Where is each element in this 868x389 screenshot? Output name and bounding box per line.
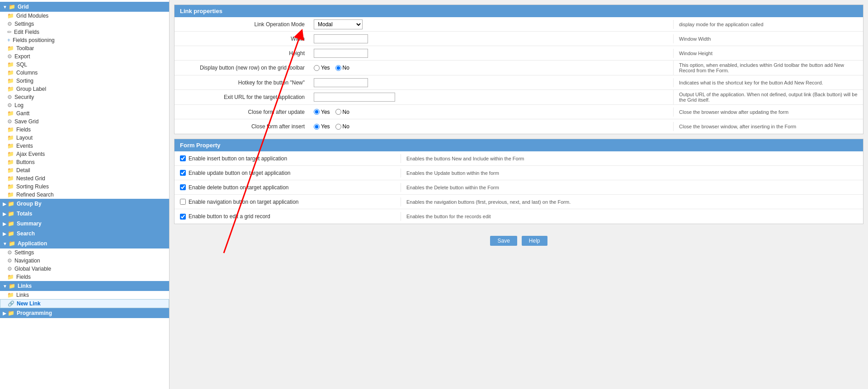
sidebar-item-label-nested-grid: Nested Grid bbox=[16, 175, 45, 182]
help-button[interactable]: Help bbox=[522, 236, 547, 246]
sidebar-item-sorting[interactable]: 📁Sorting bbox=[0, 77, 169, 85]
input-width[interactable] bbox=[314, 34, 368, 43]
radio-label-display-button-No[interactable]: No bbox=[335, 65, 349, 71]
sidebar-item-sorting-rules[interactable]: 📁Sorting Rules bbox=[0, 183, 169, 191]
radio-close-form-insert-Yes[interactable] bbox=[314, 124, 320, 130]
sidebar-item-navigation[interactable]: ⚙Navigation bbox=[0, 257, 169, 265]
sidebar-item-grid-modules[interactable]: 📁Grid Modules bbox=[0, 12, 169, 20]
form-property-header: Form Property bbox=[175, 139, 863, 151]
folder-icon-group-by: 📁 bbox=[8, 201, 14, 207]
input-height[interactable] bbox=[314, 49, 368, 58]
radio-display-button-No[interactable] bbox=[335, 65, 341, 71]
checkbox-label-enable-edit[interactable]: Enable button to edit a grid record bbox=[175, 211, 401, 222]
control-link-operation-mode: ModalNew WindowSame Window bbox=[310, 18, 673, 31]
folder-icon-totals: 📁 bbox=[8, 211, 14, 217]
sidebar-item-app-settings[interactable]: ⚙Settings bbox=[0, 248, 169, 257]
sidebar-item-security[interactable]: ⚙Security bbox=[0, 93, 169, 101]
label-width: Width bbox=[175, 34, 310, 44]
sidebar-item-log[interactable]: ⚙Log bbox=[0, 101, 169, 109]
radio-close-form-insert-No[interactable] bbox=[335, 124, 341, 130]
desc-link-operation-mode: display mode for the application called bbox=[673, 20, 863, 29]
checkbox-label-enable-update[interactable]: Enable update button on target applicati… bbox=[175, 167, 401, 179]
label-height: Height bbox=[175, 48, 310, 58]
save-button[interactable]: Save bbox=[490, 236, 517, 246]
folder-icon-sorting: 📁 bbox=[7, 78, 14, 84]
sidebar-item-label-sorting: Sorting bbox=[16, 78, 33, 84]
sidebar-item-layout[interactable]: 📁Layout bbox=[0, 134, 169, 142]
control-close-form-insert: Yes No bbox=[310, 122, 673, 131]
form-property-title: Form Property bbox=[180, 142, 221, 149]
folder-icon-application: 📁 bbox=[9, 240, 15, 247]
section-label-totals: Totals bbox=[17, 211, 32, 217]
sidebar-section-application[interactable]: ▼📁Application bbox=[0, 239, 169, 248]
radio-close-form-update-Yes[interactable] bbox=[314, 109, 320, 115]
label-hotkey-new: Hotkey for the button "New" bbox=[175, 78, 310, 88]
sidebar-section-search[interactable]: ▶📁Search bbox=[0, 229, 169, 239]
sidebar-section-grid[interactable]: ▼📁Grid bbox=[0, 2, 169, 12]
sidebar-item-fields[interactable]: 📁Fields bbox=[0, 126, 169, 134]
radio-label-close-form-update-Yes[interactable]: Yes bbox=[314, 109, 330, 115]
checkbox-label-enable-delete[interactable]: Enable delete button on target applicati… bbox=[175, 182, 401, 193]
sidebar-item-new-link[interactable]: 🔗New Link bbox=[0, 299, 169, 308]
sidebar-item-label-refined-search: Refined Search bbox=[16, 192, 54, 198]
checkbox-enable-delete[interactable] bbox=[180, 184, 186, 190]
sidebar-item-edit-fields[interactable]: ✏Edit Fields bbox=[0, 28, 169, 36]
sidebar-item-refined-search[interactable]: 📁Refined Search bbox=[0, 191, 169, 199]
sidebar-item-detail[interactable]: 📁Detail bbox=[0, 166, 169, 174]
checkbox-label-enable-navigation[interactable]: Enable navigation button on target appli… bbox=[175, 196, 401, 208]
sidebar-item-group-label[interactable]: 📁Group Label bbox=[0, 85, 169, 93]
sidebar-item-label-events: Events bbox=[16, 143, 33, 149]
action-buttons: Save Help bbox=[174, 229, 863, 253]
sidebar-item-label-detail: Detail bbox=[16, 167, 30, 173]
radio-display-button-Yes[interactable] bbox=[314, 65, 320, 71]
sidebar-item-sql[interactable]: 📁SQL bbox=[0, 61, 169, 69]
checkbox-row-enable-navigation: Enable navigation button on target appli… bbox=[175, 195, 863, 209]
checkbox-desc-enable-insert: Enables the buttons New and Include with… bbox=[401, 154, 863, 163]
sidebar-item-gantt[interactable]: 📁Gantt bbox=[0, 109, 169, 117]
sidebar-item-export[interactable]: ⚙Export bbox=[0, 52, 169, 61]
input-hotkey-new[interactable] bbox=[314, 78, 368, 87]
radio-label-close-form-insert-No[interactable]: No bbox=[335, 123, 349, 130]
checkbox-label-enable-insert[interactable]: Enable insert button on target applicati… bbox=[175, 153, 401, 164]
radio-label-close-form-insert-Yes[interactable]: Yes bbox=[314, 123, 330, 130]
control-exit-url bbox=[310, 91, 673, 103]
checkbox-enable-navigation[interactable] bbox=[180, 199, 186, 205]
folder-icon-events: 📁 bbox=[7, 143, 14, 149]
sidebar-item-columns[interactable]: 📁Columns bbox=[0, 69, 169, 77]
sidebar-item-ajax-events[interactable]: 📁Ajax Events bbox=[0, 150, 169, 158]
radio-close-form-update-No[interactable] bbox=[335, 109, 341, 115]
checkbox-enable-edit[interactable] bbox=[180, 214, 186, 220]
arrow-grid: ▼ bbox=[3, 5, 7, 9]
link-properties-title: Link properties bbox=[180, 8, 222, 14]
sidebar-item-settings[interactable]: ⚙Settings bbox=[0, 20, 169, 28]
sidebar-item-toolbar[interactable]: 📁Toolbar bbox=[0, 44, 169, 52]
sidebar-section-totals[interactable]: ▶📁Totals bbox=[0, 209, 169, 219]
input-exit-url[interactable] bbox=[314, 93, 395, 102]
sidebar-item-fields-positioning[interactable]: +Fields positioning bbox=[0, 36, 169, 44]
sidebar-item-label-export: Export bbox=[14, 53, 30, 60]
sidebar-section-summary[interactable]: ▶📁Summary bbox=[0, 219, 169, 229]
sidebar-section-programming[interactable]: ▶📁Programming bbox=[0, 308, 169, 318]
sidebar-item-buttons[interactable]: 📁Buttons bbox=[0, 158, 169, 166]
select-link-operation-mode[interactable]: ModalNew WindowSame Window bbox=[314, 19, 363, 29]
sidebar-item-events[interactable]: 📁Events bbox=[0, 142, 169, 150]
sidebar-section-group-by[interactable]: ▶📁Group By bbox=[0, 199, 169, 209]
sidebar-section-links[interactable]: ▼📁Links bbox=[0, 281, 169, 291]
radio-label-display-button-Yes[interactable]: Yes bbox=[314, 65, 330, 71]
label-exit-url: Exit URL for the target application bbox=[175, 92, 310, 102]
sidebar-item-save-grid[interactable]: ⚙Save Grid bbox=[0, 117, 169, 126]
sidebar-item-nested-grid[interactable]: 📁Nested Grid bbox=[0, 174, 169, 183]
checkbox-enable-insert[interactable] bbox=[180, 155, 186, 161]
sidebar-item-label-settings: Settings bbox=[14, 21, 34, 27]
form-property-panel: Form Property Enable insert button on ta… bbox=[174, 139, 863, 224]
checkbox-text-enable-insert: Enable insert button on target applicati… bbox=[189, 155, 287, 162]
sidebar-item-links-item[interactable]: 📁Links bbox=[0, 291, 169, 299]
sidebar-item-app-fields[interactable]: 📁Fields bbox=[0, 273, 169, 281]
checkbox-enable-update[interactable] bbox=[180, 170, 186, 176]
folder-icon-programming: 📁 bbox=[8, 310, 14, 316]
radio-label-close-form-update-No[interactable]: No bbox=[335, 109, 349, 115]
control-close-form-update: Yes No bbox=[310, 107, 673, 117]
checkbox-text-enable-navigation: Enable navigation button on target appli… bbox=[189, 199, 299, 205]
sidebar-item-global-variable[interactable]: ⚙Global Variable bbox=[0, 265, 169, 273]
desc-close-form-update: Close the browser window after updating … bbox=[673, 108, 863, 117]
